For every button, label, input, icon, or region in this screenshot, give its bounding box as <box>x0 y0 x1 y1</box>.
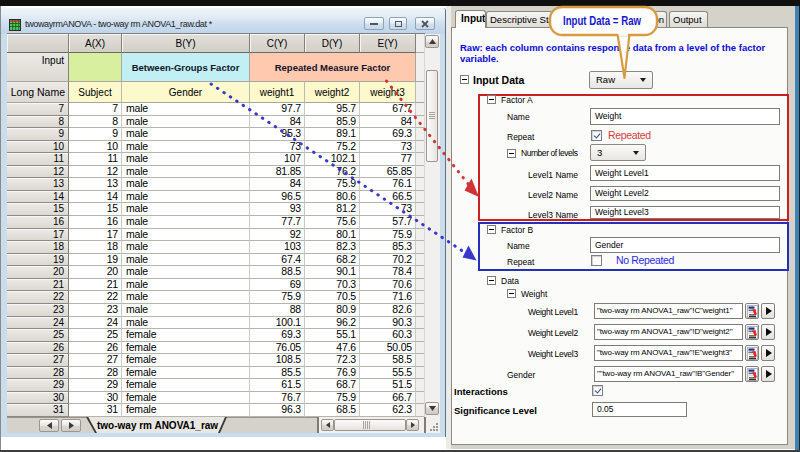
svg-text:Input Data = Raw: Input Data = Raw <box>563 14 642 28</box>
